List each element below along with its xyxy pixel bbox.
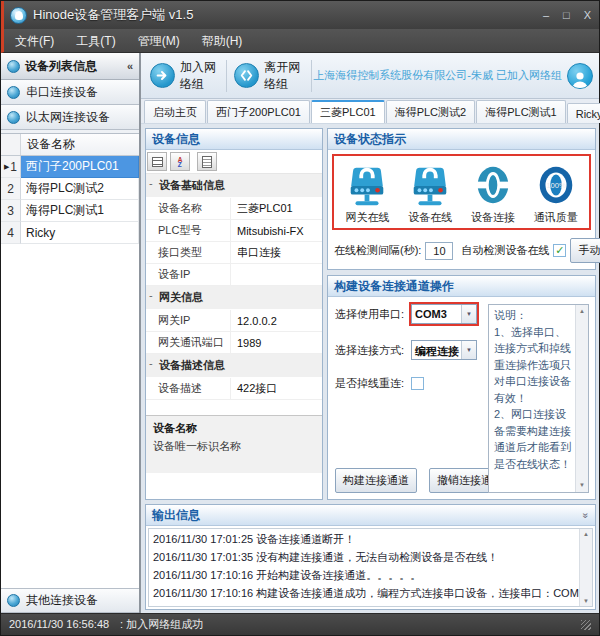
leave-group-icon	[234, 63, 259, 88]
device-online-icon	[407, 161, 453, 209]
log-scrollbar[interactable]: ▲ ▼	[579, 529, 592, 606]
categorized-icon	[152, 157, 163, 167]
property-grid-toolbar: AZ	[146, 150, 322, 174]
device-tab-strip: 启动主页 西门子200PLC01 三菱PLC01 海得PLC测试2 海得PLC测…	[141, 99, 599, 124]
scroll-down-icon[interactable]: ▼	[579, 481, 585, 490]
manual-detect-button[interactable]: 手动检测设备在线	[570, 238, 600, 263]
dropdown-arrow-icon[interactable]: ▼	[461, 305, 476, 323]
gateway-online-icon	[344, 161, 390, 209]
property-row[interactable]: 设备描述 422接口	[146, 378, 322, 400]
collapse-output-icon[interactable]: »	[581, 512, 592, 518]
online-detect-row: 在线检测间隔(秒): 自动检测设备在线 ✓ 手动检测设备在线	[328, 235, 595, 269]
ethernet-device-icon	[7, 111, 20, 124]
maximize-button[interactable]: □	[563, 9, 570, 21]
tab-hite-plc-test2[interactable]: 海得PLC测试2	[386, 100, 476, 123]
window-title: Hinode设备管理客户端 v1.5	[33, 6, 193, 24]
device-name-cell[interactable]: 海得PLC测试1	[21, 200, 139, 222]
instructions-box: 说明： 1、选择串口、连接方式和掉线重连操作选项只对串口连接设备有效！ 2、网口…	[488, 304, 589, 493]
log-line: 2016/11/30 17:10:16 构建设备连接通道成功，编程方式连接串口设…	[153, 584, 576, 602]
sidebar-header[interactable]: 设备列表信息 «	[1, 53, 139, 80]
log-line: 2016/11/30 17:01:25 设备连接通道断开！	[153, 530, 576, 548]
panel-empty-space	[146, 473, 322, 499]
az-sort-icon: AZ	[178, 157, 183, 167]
app-logo-icon	[10, 7, 27, 24]
category-description-info[interactable]: 设备描述信息	[146, 354, 322, 378]
property-help-box: 设备名称 设备唯一标识名称	[146, 415, 322, 473]
property-row[interactable]: 设备名称 三菱PLC01	[146, 198, 322, 220]
device-status-header: 设备状态指示	[328, 129, 595, 150]
device-name-cell[interactable]: 西门子200PLC01	[21, 156, 139, 178]
connection-channel-header: 构建设备连接通道操作	[328, 276, 595, 297]
table-empty-area	[1, 244, 139, 588]
collapse-sidebar-icon[interactable]: «	[127, 60, 133, 72]
comm-quality-icon: 100%	[533, 161, 579, 209]
property-pages-button[interactable]	[197, 152, 217, 171]
dropdown-arrow-icon[interactable]: ▼	[461, 341, 476, 359]
menu-file[interactable]: 文件(F)	[4, 29, 65, 53]
menu-help[interactable]: 帮助(H)	[191, 29, 254, 53]
leave-network-group-button[interactable]: 离开网络组	[229, 56, 308, 96]
status-bar-text: 2016/11/30 16:56:48 : 加入网络组成功	[9, 617, 203, 632]
device-name-cell[interactable]: Ricky	[21, 222, 139, 244]
table-row[interactable]: 2 海得PLC测试2	[1, 178, 139, 200]
serial-port-select[interactable]: COM3 ▼	[411, 304, 477, 324]
help-title: 设备名称	[153, 421, 315, 436]
menu-tools[interactable]: 工具(T)	[65, 29, 126, 53]
note-line: 1、选择串口、连接方式和掉线重连操作选项只对串口连接设备有效！	[494, 324, 572, 407]
selected-row-marker-icon: ▶	[4, 163, 9, 171]
interval-input[interactable]	[425, 242, 453, 260]
help-description: 设备唯一标识名称	[153, 439, 315, 454]
scroll-up-icon[interactable]: ▲	[579, 307, 585, 316]
property-row[interactable]: 设备IP	[146, 264, 322, 286]
table-row[interactable]: 4 Ricky	[1, 222, 139, 244]
table-row[interactable]: 3 海得PLC测试1	[1, 200, 139, 222]
title-bar: Hinode设备管理客户端 v1.5 – □ X	[1, 1, 599, 29]
reconnect-checkbox[interactable]	[411, 377, 424, 390]
device-name-cell[interactable]: 海得PLC测试2	[21, 178, 139, 200]
user-status-text: 上海海得控制系统股份有限公司-朱威 已加入网络组	[313, 68, 562, 83]
connect-mode-select[interactable]: 编程连接 ▼	[411, 340, 477, 360]
sidebar-item-other-devices[interactable]: 其他连接设备	[1, 588, 139, 613]
property-row[interactable]: 网关通讯端口 1989	[146, 332, 322, 354]
category-basic-info[interactable]: 设备基础信息	[146, 174, 322, 198]
scroll-up-icon[interactable]: ▲	[583, 531, 589, 537]
table-row[interactable]: ▶1 西门子200PLC01	[1, 156, 139, 178]
alphabetical-sort-button[interactable]: AZ	[170, 152, 190, 171]
connection-channel-panel: 构建设备连接通道操作 选择使用串口: COM3 ▼	[327, 275, 596, 500]
user-avatar-icon	[567, 63, 593, 89]
tab-hite-plc-test1[interactable]: 海得PLC测试1	[476, 100, 566, 123]
scroll-down-icon[interactable]: ▼	[583, 598, 589, 604]
minimize-button[interactable]: –	[543, 9, 549, 21]
property-row[interactable]: 接口类型 串口连接	[146, 242, 322, 264]
category-gateway-info[interactable]: 网关信息	[146, 286, 322, 310]
comm-quality-indicator: 100% 通讯质量	[524, 161, 587, 225]
output-panel: 输出信息 » 2016/11/30 17:01:25 设备连接通道断开！ 201…	[145, 504, 596, 610]
main-toolbar: 加入网络组 离开网络组 上海海得控制系统股份有限公司-朱威 已加入网络组	[141, 53, 599, 99]
tab-siemens-200plc01[interactable]: 西门子200PLC01	[207, 100, 310, 123]
log-line: 2016/11/30 17:10:16 开始构建设备连接通道。。。。。	[153, 566, 576, 584]
sidebar-item-serial-devices[interactable]: 串口连接设备	[1, 80, 139, 105]
device-name-column-header: 设备名称	[21, 134, 139, 155]
device-list-sidebar: 设备列表信息 « 串口连接设备 以太网连接设备 设备名称 ▶1 西门子200PL…	[1, 53, 141, 613]
auto-detect-checkbox[interactable]: ✓	[553, 244, 566, 257]
sidebar-item-ethernet-devices[interactable]: 以太网连接设备	[1, 105, 139, 130]
tab-home[interactable]: 启动主页	[144, 100, 206, 123]
tab-ricky[interactable]: Ricky	[567, 103, 600, 123]
join-network-group-button[interactable]: 加入网络组	[145, 56, 224, 96]
resize-grip[interactable]	[581, 620, 591, 630]
interval-label: 在线检测间隔(秒):	[334, 243, 421, 258]
note-scrollbar[interactable]: ▲ ▼	[575, 305, 588, 492]
auto-detect-label: 自动检测设备在线	[461, 243, 549, 258]
categorized-view-button[interactable]	[147, 152, 167, 171]
property-row[interactable]: PLC型号 Mitsubishi-FX	[146, 220, 322, 242]
property-row[interactable]: 网关IP 12.0.0.2	[146, 310, 322, 332]
tab-mitsubishi-plc01[interactable]: 三菱PLC01	[311, 100, 385, 123]
close-button[interactable]: X	[584, 9, 591, 21]
menu-manage[interactable]: 管理(M)	[127, 29, 191, 53]
device-info-header: 设备信息	[146, 129, 322, 150]
sidebar-item-label: 以太网连接设备	[26, 109, 110, 126]
output-log-area: 2016/11/30 17:01:25 设备连接通道断开！ 2016/11/30…	[148, 528, 593, 607]
status-indicator-box: 网关在线	[332, 154, 591, 230]
app-window: Hinode设备管理客户端 v1.5 – □ X 文件(F) 工具(T) 管理(…	[0, 0, 600, 636]
build-channel-button[interactable]: 构建连接通道	[335, 468, 417, 493]
